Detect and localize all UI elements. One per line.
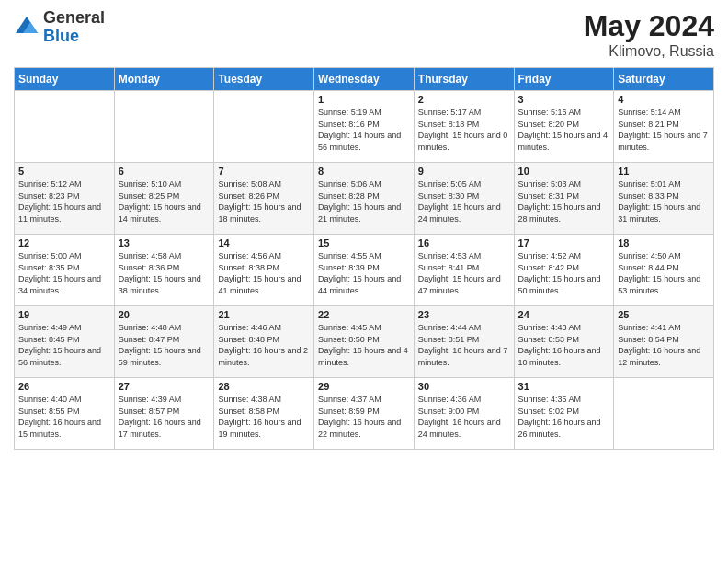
day-info: Sunrise: 4:52 AMSunset: 8:42 PMDaylight:… bbox=[518, 250, 610, 296]
day-number: 21 bbox=[218, 309, 310, 320]
calendar-cell: 27Sunrise: 4:39 AMSunset: 8:57 PMDayligh… bbox=[114, 378, 214, 450]
weekday-header-monday: Monday bbox=[114, 68, 214, 91]
calendar-cell: 19Sunrise: 4:49 AMSunset: 8:45 PMDayligh… bbox=[15, 306, 115, 378]
logo-icon bbox=[14, 15, 40, 40]
day-number: 17 bbox=[518, 237, 610, 248]
day-number: 10 bbox=[518, 166, 610, 177]
day-number: 3 bbox=[518, 94, 610, 105]
calendar-cell: 12Sunrise: 5:00 AMSunset: 8:35 PMDayligh… bbox=[15, 235, 115, 306]
day-number: 27 bbox=[119, 381, 210, 392]
weekday-header-wednesday: Wednesday bbox=[314, 68, 415, 91]
day-info: Sunrise: 5:06 AMSunset: 8:28 PMDaylight:… bbox=[318, 178, 410, 224]
day-number: 31 bbox=[518, 381, 610, 392]
day-number: 6 bbox=[119, 166, 210, 177]
calendar-cell: 7Sunrise: 5:08 AMSunset: 8:26 PMDaylight… bbox=[214, 163, 314, 235]
day-info: Sunrise: 5:17 AMSunset: 8:18 PMDaylight:… bbox=[418, 107, 510, 153]
calendar-cell: 5Sunrise: 5:12 AMSunset: 8:23 PMDaylight… bbox=[15, 163, 115, 235]
calendar-cell: 9Sunrise: 5:05 AMSunset: 8:30 PMDaylight… bbox=[414, 163, 514, 235]
day-info: Sunrise: 4:48 AMSunset: 8:47 PMDaylight:… bbox=[119, 322, 210, 368]
page: General Blue May 2024 Klimovo, Russia Su… bbox=[0, 0, 728, 563]
day-info: Sunrise: 4:49 AMSunset: 8:45 PMDaylight:… bbox=[18, 322, 110, 368]
day-number: 19 bbox=[18, 309, 110, 320]
day-number: 29 bbox=[318, 381, 410, 392]
calendar-cell: 11Sunrise: 5:01 AMSunset: 8:33 PMDayligh… bbox=[614, 163, 714, 235]
day-info: Sunrise: 5:14 AMSunset: 8:21 PMDaylight:… bbox=[618, 107, 710, 153]
calendar-cell bbox=[614, 378, 714, 450]
day-info: Sunrise: 5:08 AMSunset: 8:26 PMDaylight:… bbox=[218, 178, 310, 224]
week-row-4: 19Sunrise: 4:49 AMSunset: 8:45 PMDayligh… bbox=[15, 306, 714, 378]
calendar-cell: 18Sunrise: 4:50 AMSunset: 8:44 PMDayligh… bbox=[614, 235, 714, 306]
weekday-header-row: SundayMondayTuesdayWednesdayThursdayFrid… bbox=[15, 68, 714, 91]
calendar-cell: 10Sunrise: 5:03 AMSunset: 8:31 PMDayligh… bbox=[514, 163, 614, 235]
day-info: Sunrise: 4:55 AMSunset: 8:39 PMDaylight:… bbox=[318, 250, 410, 296]
day-number: 13 bbox=[119, 237, 210, 248]
calendar-cell: 8Sunrise: 5:06 AMSunset: 8:28 PMDaylight… bbox=[314, 163, 415, 235]
day-info: Sunrise: 5:00 AMSunset: 8:35 PMDaylight:… bbox=[18, 250, 110, 296]
calendar-cell: 30Sunrise: 4:36 AMSunset: 9:00 PMDayligh… bbox=[414, 378, 514, 450]
week-row-5: 26Sunrise: 4:40 AMSunset: 8:55 PMDayligh… bbox=[15, 378, 714, 450]
calendar-cell: 16Sunrise: 4:53 AMSunset: 8:41 PMDayligh… bbox=[414, 235, 514, 306]
logo-text: General Blue bbox=[43, 9, 105, 46]
calendar-cell: 23Sunrise: 4:44 AMSunset: 8:51 PMDayligh… bbox=[414, 306, 514, 378]
day-info: Sunrise: 5:19 AMSunset: 8:16 PMDaylight:… bbox=[318, 107, 410, 153]
logo: General Blue bbox=[14, 9, 105, 46]
week-row-2: 5Sunrise: 5:12 AMSunset: 8:23 PMDaylight… bbox=[15, 163, 714, 235]
day-info: Sunrise: 4:53 AMSunset: 8:41 PMDaylight:… bbox=[418, 250, 510, 296]
title-location: Klimovo, Russia bbox=[584, 43, 714, 60]
calendar-cell: 28Sunrise: 4:38 AMSunset: 8:58 PMDayligh… bbox=[214, 378, 314, 450]
calendar-cell: 3Sunrise: 5:16 AMSunset: 8:20 PMDaylight… bbox=[514, 91, 614, 163]
calendar-cell bbox=[15, 91, 115, 163]
calendar-cell: 17Sunrise: 4:52 AMSunset: 8:42 PMDayligh… bbox=[514, 235, 614, 306]
day-info: Sunrise: 4:56 AMSunset: 8:38 PMDaylight:… bbox=[218, 250, 310, 296]
day-number: 8 bbox=[318, 166, 410, 177]
week-row-3: 12Sunrise: 5:00 AMSunset: 8:35 PMDayligh… bbox=[15, 235, 714, 306]
day-info: Sunrise: 4:43 AMSunset: 8:53 PMDaylight:… bbox=[518, 322, 610, 368]
day-number: 23 bbox=[418, 309, 510, 320]
calendar-cell: 31Sunrise: 4:35 AMSunset: 9:02 PMDayligh… bbox=[514, 378, 614, 450]
day-info: Sunrise: 4:35 AMSunset: 9:02 PMDaylight:… bbox=[518, 394, 610, 440]
day-number: 30 bbox=[418, 381, 510, 392]
week-row-1: 1Sunrise: 5:19 AMSunset: 8:16 PMDaylight… bbox=[15, 91, 714, 163]
calendar-cell bbox=[214, 91, 314, 163]
calendar-cell: 1Sunrise: 5:19 AMSunset: 8:16 PMDaylight… bbox=[314, 91, 415, 163]
weekday-header-saturday: Saturday bbox=[614, 68, 714, 91]
calendar-cell: 13Sunrise: 4:58 AMSunset: 8:36 PMDayligh… bbox=[114, 235, 214, 306]
calendar-cell: 21Sunrise: 4:46 AMSunset: 8:48 PMDayligh… bbox=[214, 306, 314, 378]
calendar-cell: 4Sunrise: 5:14 AMSunset: 8:21 PMDaylight… bbox=[614, 91, 714, 163]
title-block: May 2024 Klimovo, Russia bbox=[584, 9, 714, 60]
logo-blue: Blue bbox=[43, 27, 79, 45]
day-info: Sunrise: 4:39 AMSunset: 8:57 PMDaylight:… bbox=[119, 394, 210, 440]
day-number: 26 bbox=[18, 381, 110, 392]
day-number: 2 bbox=[418, 94, 510, 105]
calendar-cell: 15Sunrise: 4:55 AMSunset: 8:39 PMDayligh… bbox=[314, 235, 415, 306]
calendar-cell: 25Sunrise: 4:41 AMSunset: 8:54 PMDayligh… bbox=[614, 306, 714, 378]
day-number: 28 bbox=[218, 381, 310, 392]
day-number: 20 bbox=[119, 309, 210, 320]
day-info: Sunrise: 4:40 AMSunset: 8:55 PMDaylight:… bbox=[18, 394, 110, 440]
day-number: 1 bbox=[318, 94, 410, 105]
header: General Blue May 2024 Klimovo, Russia bbox=[14, 9, 714, 60]
day-number: 9 bbox=[418, 166, 510, 177]
calendar-cell: 26Sunrise: 4:40 AMSunset: 8:55 PMDayligh… bbox=[15, 378, 115, 450]
title-month: May 2024 bbox=[584, 9, 714, 43]
weekday-header-thursday: Thursday bbox=[414, 68, 514, 91]
day-info: Sunrise: 4:58 AMSunset: 8:36 PMDaylight:… bbox=[119, 250, 210, 296]
weekday-header-sunday: Sunday bbox=[15, 68, 115, 91]
day-info: Sunrise: 4:46 AMSunset: 8:48 PMDaylight:… bbox=[218, 322, 310, 368]
day-info: Sunrise: 5:10 AMSunset: 8:25 PMDaylight:… bbox=[119, 178, 210, 224]
calendar-cell: 22Sunrise: 4:45 AMSunset: 8:50 PMDayligh… bbox=[314, 306, 415, 378]
day-number: 15 bbox=[318, 237, 410, 248]
day-number: 25 bbox=[618, 309, 710, 320]
calendar-cell: 6Sunrise: 5:10 AMSunset: 8:25 PMDaylight… bbox=[114, 163, 214, 235]
day-number: 5 bbox=[18, 166, 110, 177]
day-number: 24 bbox=[518, 309, 610, 320]
day-number: 14 bbox=[218, 237, 310, 248]
day-info: Sunrise: 4:37 AMSunset: 8:59 PMDaylight:… bbox=[318, 394, 410, 440]
day-info: Sunrise: 5:12 AMSunset: 8:23 PMDaylight:… bbox=[18, 178, 110, 224]
day-number: 16 bbox=[418, 237, 510, 248]
day-number: 22 bbox=[318, 309, 410, 320]
day-number: 7 bbox=[218, 166, 310, 177]
day-info: Sunrise: 4:45 AMSunset: 8:50 PMDaylight:… bbox=[318, 322, 410, 368]
day-info: Sunrise: 5:16 AMSunset: 8:20 PMDaylight:… bbox=[518, 107, 610, 153]
day-info: Sunrise: 5:01 AMSunset: 8:33 PMDaylight:… bbox=[618, 178, 710, 224]
